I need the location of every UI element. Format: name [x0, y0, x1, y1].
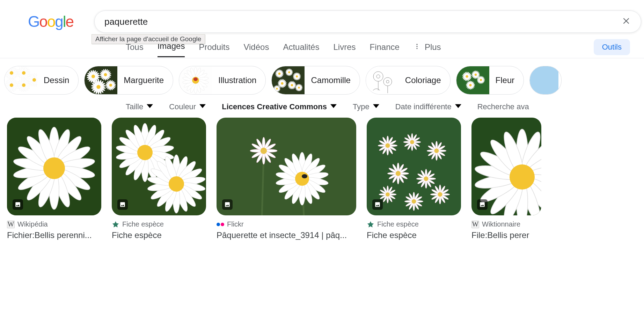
- chip-more[interactable]: [529, 66, 562, 95]
- favicon-star: [112, 221, 119, 228]
- clear-search-button[interactable]: [621, 17, 631, 27]
- chip-dessin-label: Dessin: [37, 75, 78, 85]
- license-icon: [222, 199, 233, 210]
- result-thumb[interactable]: [217, 118, 356, 215]
- svg-point-57: [302, 174, 307, 178]
- tab-books[interactable]: Livres: [333, 38, 356, 56]
- chip-illustration[interactable]: Illustration: [179, 66, 266, 95]
- chip-illustration-label: Illustration: [212, 75, 265, 85]
- chip-illustration-thumb: [179, 66, 212, 95]
- chip-dessin[interactable]: Dessin: [4, 66, 79, 95]
- favicon-wikipedia: W: [7, 221, 15, 228]
- result-card[interactable]: Flickr Pâquerette et insecte_3914 | pâq.…: [217, 118, 356, 240]
- chevron-down-icon: [199, 102, 206, 111]
- filter-license-label: Licences Creative Commons: [222, 102, 327, 111]
- chip-marguerite[interactable]: Marguerite: [84, 66, 173, 95]
- favicon-star: [367, 221, 374, 228]
- tab-news[interactable]: Actualités: [283, 38, 319, 56]
- result-card[interactable]: W Wikipédia Fichier:Bellis perenni...: [7, 118, 101, 240]
- chevron-down-icon: [330, 102, 337, 111]
- filter-date-label: Date indifférente: [395, 102, 452, 111]
- result-thumb[interactable]: [7, 118, 101, 215]
- more-icon: [414, 42, 420, 52]
- license-icon: [13, 199, 23, 210]
- tab-videos[interactable]: Vidéos: [243, 38, 269, 56]
- tools-button[interactable]: Outils: [594, 39, 630, 55]
- result-source: Wiktionnaire: [482, 220, 520, 228]
- chip-fleur-label: Fleur: [489, 75, 524, 85]
- chip-camomille-thumb: [272, 66, 305, 95]
- result-title: Pâquerette et insecte_3914 | pâq...: [217, 230, 356, 240]
- chip-fleur-thumb: [456, 66, 489, 95]
- chip-dessin-thumb: [5, 66, 37, 95]
- close-icon: [622, 16, 631, 27]
- tab-more-label: Plus: [425, 42, 441, 52]
- tab-finance[interactable]: Finance: [370, 38, 400, 56]
- favicon-flickr: [217, 221, 224, 228]
- chevron-down-icon: [455, 102, 461, 111]
- svg-point-36: [416, 46, 417, 47]
- result-thumb[interactable]: [112, 118, 206, 215]
- chip-marguerite-label: Marguerite: [117, 75, 173, 85]
- chip-camomille-label: Camomille: [305, 75, 359, 85]
- favicon-wiktionary: W: [471, 221, 479, 228]
- filter-advanced-label: Recherche ava: [477, 102, 529, 111]
- result-card[interactable]: Fiche espèce Fiche espèce: [367, 118, 461, 240]
- chip-camomille[interactable]: Camomille: [271, 66, 360, 95]
- filter-type-label: Type: [353, 102, 369, 111]
- chevron-down-icon: [373, 102, 379, 111]
- tab-more[interactable]: Plus: [414, 42, 441, 52]
- result-title: Fiche espèce: [112, 230, 206, 240]
- filter-date[interactable]: Date indifférente: [395, 102, 461, 111]
- filter-size-label: Taille: [126, 102, 143, 111]
- result-title: Fiche espèce: [367, 230, 461, 240]
- result-thumb[interactable]: [367, 118, 461, 215]
- chip-coloriage[interactable]: Coloriage: [366, 66, 451, 95]
- search-input[interactable]: [104, 16, 621, 27]
- chip-coloriage-label: Coloriage: [399, 75, 450, 85]
- filter-color-label: Couleur: [169, 102, 196, 111]
- filter-advanced[interactable]: Recherche ava: [477, 102, 529, 111]
- result-source: Flickr: [227, 220, 244, 228]
- chip-coloriage-thumb: [366, 66, 399, 95]
- search-bar[interactable]: [94, 10, 641, 33]
- logo-tooltip: Afficher la page d'accueil de Google: [92, 34, 205, 44]
- svg-rect-43: [366, 66, 399, 95]
- result-thumb[interactable]: [471, 118, 541, 215]
- chip-marguerite-thumb: [85, 66, 117, 95]
- chip-fleur[interactable]: Fleur: [456, 66, 524, 95]
- filter-type[interactable]: Type: [353, 102, 379, 111]
- license-icon: [372, 199, 383, 210]
- result-source: Fiche espèce: [377, 220, 419, 228]
- filter-color[interactable]: Couleur: [169, 102, 206, 111]
- license-icon: [117, 199, 128, 210]
- filter-size[interactable]: Taille: [126, 102, 153, 111]
- filter-license[interactable]: Licences Creative Commons: [222, 102, 337, 111]
- svg-point-35: [416, 44, 417, 45]
- chip-more-thumb: [530, 66, 558, 95]
- result-card[interactable]: W Wiktionnaire File:Bellis perer: [471, 118, 541, 240]
- result-source: Fiche espèce: [122, 220, 164, 228]
- svg-point-41: [193, 77, 198, 81]
- license-icon: [477, 199, 488, 210]
- google-logo[interactable]: Google: [28, 13, 73, 30]
- result-source: Wikipédia: [17, 220, 48, 228]
- svg-point-37: [416, 48, 417, 49]
- result-card[interactable]: Fiche espèce Fiche espèce: [112, 118, 206, 240]
- chevron-down-icon: [147, 102, 153, 111]
- result-title: Fichier:Bellis perenni...: [7, 230, 101, 240]
- result-title: File:Bellis perer: [471, 230, 541, 240]
